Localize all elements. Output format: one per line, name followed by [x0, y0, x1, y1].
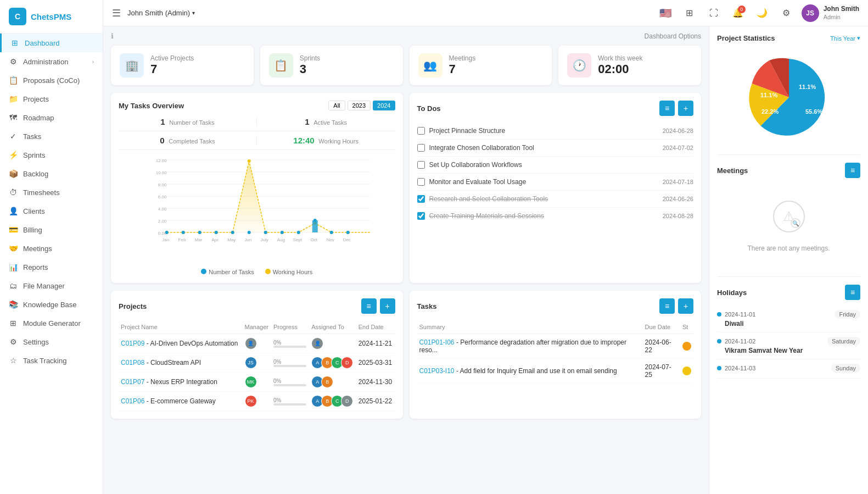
info-icon[interactable]: ℹ: [111, 32, 114, 40]
tasks-add-button[interactable]: +: [678, 298, 693, 314]
chart-legend: Number of Tasks Working Hours: [119, 269, 395, 275]
task-status-dot-1: [682, 342, 691, 351]
meetings-icon: 🤝: [9, 244, 18, 253]
meetings-right-title: Meetings: [717, 166, 748, 175]
col-project-name: Project Name: [119, 320, 243, 334]
sidebar-item-billing[interactable]: 💳 Billing: [0, 220, 103, 239]
sidebar-item-dashboard[interactable]: ⊞ Dashboard: [0, 34, 103, 52]
sidebar-item-backlog[interactable]: 📦 Backlog: [0, 164, 103, 183]
work-week-label: Work this week: [598, 54, 642, 62]
todo-checkbox-6[interactable]: [417, 212, 425, 220]
stat-card-active-projects[interactable]: 🏢 Active Projects 7: [111, 46, 254, 85]
col-status: St: [680, 320, 693, 334]
sidebar-item-settings[interactable]: ⚙ Settings: [0, 332, 103, 351]
svg-text:July: July: [261, 237, 268, 242]
assigned-avatars: A B C D: [311, 357, 354, 369]
notification-button[interactable]: 🔔 0: [729, 4, 747, 22]
todos-header: To Dos ≡ +: [417, 101, 694, 116]
todo-checkbox-4[interactable]: [417, 178, 425, 186]
stat-card-sprints[interactable]: 📋 Sprints 3: [260, 46, 403, 85]
stat-card-work-week[interactable]: 🕐 Work this week 02:00: [558, 46, 701, 85]
fullscreen-icon[interactable]: ⛶: [705, 4, 723, 22]
table-row: C01P09 - AI-Driven DevOps Automation 👤 0…: [119, 334, 395, 353]
holidays-list-button[interactable]: ≡: [845, 285, 860, 300]
sidebar-item-tasks[interactable]: ✓ Tasks: [0, 127, 103, 146]
svg-text:6.00: 6.00: [158, 195, 167, 199]
dashboard-options-link[interactable]: Dashboard Options: [645, 32, 701, 40]
tasks-table: Summary Due Date St C01P01-I06 - Perform…: [417, 320, 694, 384]
module-generator-icon: ⊞: [9, 319, 18, 328]
project-link-c01p09[interactable]: C01P09 - AI-Driven DevOps Automation: [119, 334, 243, 353]
svg-point-37: [313, 219, 317, 222]
tasks-list-button[interactable]: ≡: [659, 298, 675, 314]
filter-2024[interactable]: 2024: [373, 101, 395, 110]
active-tasks-stat: 1 Active Tasks: [257, 117, 395, 126]
todo-text-2: Integrate Chosen Collaboration Tool: [429, 144, 658, 152]
tasks-card: Tasks ≡ + Summary Due Date St: [410, 291, 702, 419]
svg-text:Jun: Jun: [244, 237, 251, 242]
filter-all[interactable]: All: [328, 101, 345, 110]
svg-text:Aug: Aug: [277, 237, 285, 242]
sidebar-logo[interactable]: C ChetsPMS: [0, 0, 103, 34]
todo-checkbox-2[interactable]: [417, 144, 425, 152]
sidebar-item-file-manager[interactable]: 🗂 File Manager: [0, 276, 103, 295]
theme-toggle[interactable]: 🌙: [753, 4, 771, 22]
sprints-label: Sprints: [300, 54, 320, 62]
svg-point-34: [264, 231, 267, 234]
tasks-icon: ✓: [9, 132, 18, 141]
todo-item-3: Set Up Collaboration Workflows: [417, 157, 694, 174]
project-link-c01p06[interactable]: C01P06 - E-commerce Gateway: [119, 392, 243, 411]
pie-chart-container: 11.1% 11.1% 22.2% 55.6%: [717, 48, 860, 147]
project-link-c01p08[interactable]: C01P08 - CloudStream API: [119, 353, 243, 373]
sidebar-item-roadmap[interactable]: 🗺 Roadmap: [0, 108, 103, 127]
sidebar-item-task-tracking[interactable]: ☆ Task Tracking: [0, 351, 103, 370]
sidebar-item-projects[interactable]: 📁 Projects: [0, 90, 103, 108]
grid-icon[interactable]: ⊞: [681, 4, 698, 22]
task-summary-1[interactable]: C01P01-I06 - Performance degradation aft…: [417, 334, 643, 359]
sidebar-item-proposals[interactable]: 📋 Proposals (CoCo): [0, 71, 103, 90]
sidebar-item-knowledge-base[interactable]: 📚 Knowledge Base: [0, 295, 103, 314]
hamburger-button[interactable]: ☰: [112, 7, 121, 19]
sidebar-item-module-generator[interactable]: ⊞ Module Generator: [0, 314, 103, 332]
projects-list-button[interactable]: ≡: [361, 298, 377, 314]
stat-card-meetings[interactable]: 👥 Meetings 7: [410, 46, 552, 85]
main-area: ☰ John Smith (Admin) ▾ 🇺🇸 ⊞ ⛶ 🔔 0 🌙 ⚙ JS…: [103, 0, 868, 494]
todo-date-6: 2024-08-28: [663, 213, 693, 219]
main-content: ℹ Dashboard Options 🏢 Active Projects 7 …: [103, 26, 709, 494]
svg-text:11.1%: 11.1%: [799, 84, 816, 90]
svg-point-20: [248, 159, 251, 163]
user-avatar-menu[interactable]: JS John Smith Admin: [802, 4, 859, 22]
todo-checkbox-5[interactable]: [417, 195, 425, 203]
col-summary: Summary: [417, 320, 643, 334]
clients-icon: 👤: [9, 207, 18, 215]
warning-icon: ⚠ 🔍: [772, 200, 805, 239]
manager-avatar: 👤: [245, 337, 257, 349]
settings-button[interactable]: ⚙: [777, 4, 795, 22]
user-admin-dropdown[interactable]: John Smith (Admin) ▾: [127, 9, 195, 17]
todo-checkbox-1[interactable]: [417, 127, 425, 135]
todo-checkbox-3[interactable]: [417, 161, 425, 169]
tasks-chart: 12.00 10.00 8.00 6.00 4.00 2.00 0.00: [119, 154, 395, 264]
todos-list-button[interactable]: ≡: [659, 101, 675, 116]
projects-add-button[interactable]: +: [380, 298, 395, 314]
svg-point-28: [165, 231, 169, 234]
sidebar-item-sprints[interactable]: ⚡ Sprints: [0, 146, 103, 164]
user-dropdown-chevron: ▾: [192, 10, 195, 16]
chart-svg: 12.00 10.00 8.00 6.00 4.00 2.00 0.00: [119, 154, 395, 264]
project-link-c01p07[interactable]: C01P07 - Nexus ERP Integration: [119, 373, 243, 392]
meetings-list-button[interactable]: ≡: [845, 163, 860, 178]
todos-add-button[interactable]: +: [678, 101, 693, 116]
project-stats-period[interactable]: This Year ▾: [830, 35, 860, 42]
sidebar-item-meetings[interactable]: 🤝 Meetings: [0, 239, 103, 258]
end-date: 2025-01-22: [356, 392, 395, 411]
filter-2023[interactable]: 2023: [348, 101, 371, 110]
flag-icon[interactable]: 🇺🇸: [657, 4, 674, 22]
sidebar-item-administration[interactable]: ⚙ Administration ›: [0, 52, 103, 71]
stat-cards: 🏢 Active Projects 7 📋 Sprints 3 👥: [111, 46, 701, 85]
task-summary-2[interactable]: C01P03-I10 - Add field for Inquiry Email…: [417, 359, 643, 384]
sidebar-item-timesheets[interactable]: ⏱ Timesheets: [0, 183, 103, 202]
sidebar-item-clients[interactable]: 👤 Clients: [0, 202, 103, 220]
sidebar-item-reports[interactable]: 📊 Reports: [0, 258, 103, 276]
avatar: JS: [802, 4, 819, 22]
todo-item-4: Monitor and Evaluate Tool Usage 2024-07-…: [417, 174, 694, 191]
